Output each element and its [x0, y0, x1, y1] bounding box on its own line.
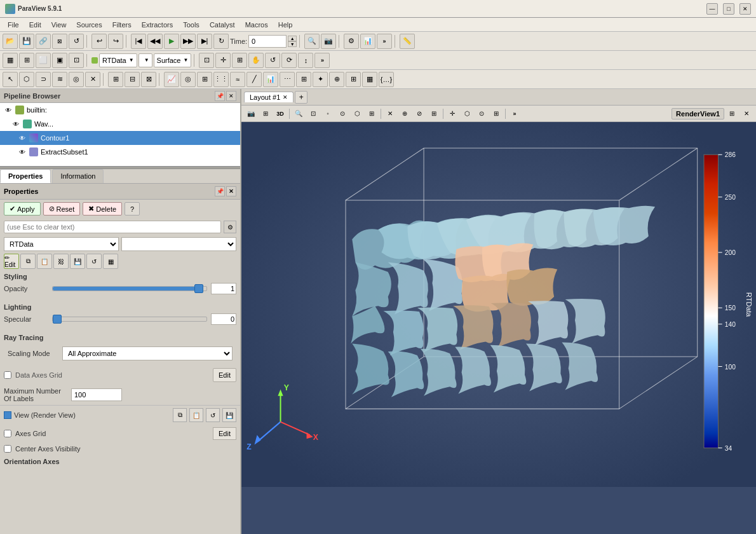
- specular-value[interactable]: [211, 313, 236, 325]
- tb3-7[interactable]: ⊞: [108, 72, 123, 87]
- reset-button[interactable]: ⊘ Reset: [43, 202, 81, 216]
- menu-filters[interactable]: Filters: [107, 20, 137, 30]
- apply-button[interactable]: ✔ Apply: [4, 202, 41, 216]
- screenshot-button[interactable]: 📷: [321, 34, 336, 49]
- eye-contour[interactable]: 👁: [18, 134, 27, 142]
- open-button[interactable]: 📂: [3, 34, 18, 49]
- render-tab-layout1[interactable]: Layout #1 ✕: [244, 92, 294, 102]
- view-refresh-btn[interactable]: ↺: [206, 408, 220, 422]
- reset-camera-btn[interactable]: ⊡: [199, 53, 214, 68]
- roll-btn[interactable]: ↕: [298, 53, 313, 68]
- save-color-btn[interactable]: 💾: [70, 254, 85, 269]
- menu-file[interactable]: File: [3, 20, 24, 30]
- point-btn[interactable]: ⊡: [69, 53, 84, 68]
- zoom-to-box[interactable]: ⊞: [232, 53, 247, 68]
- add-layout-button[interactable]: +: [295, 91, 307, 104]
- data-axes-checkbox[interactable]: [4, 371, 11, 379]
- pipeline-item-contour1[interactable]: 👁 Contour1: [0, 131, 240, 145]
- reset-color-btn[interactable]: ↺: [86, 254, 102, 269]
- pipeline-pin-button[interactable]: 📌: [215, 91, 225, 101]
- specular-thumb[interactable]: [53, 315, 62, 324]
- solid-btn[interactable]: ⬜: [36, 53, 51, 68]
- tb3-chart1[interactable]: 📈: [164, 72, 179, 87]
- disconnect-button[interactable]: ⊠: [52, 34, 67, 49]
- rt-btn-16[interactable]: ⊙: [475, 107, 489, 120]
- rt-btn-17[interactable]: ⊞: [489, 107, 503, 120]
- tb3-chart10[interactable]: ⊕: [329, 72, 344, 87]
- menu-tools[interactable]: Tools: [178, 20, 205, 30]
- loop-button[interactable]: ↻: [213, 34, 229, 49]
- max-labels-input[interactable]: [71, 388, 122, 401]
- tb3-chart5[interactable]: ≈: [230, 72, 245, 87]
- tb3-chart3[interactable]: ⊞: [197, 72, 212, 87]
- pipeline-item-wavelet[interactable]: 👁 Wav...: [0, 117, 240, 131]
- eye-builtin[interactable]: 👁: [4, 106, 13, 114]
- data-axes-edit-button[interactable]: Edit: [213, 368, 236, 382]
- tb3-3[interactable]: ⊃: [36, 72, 51, 87]
- axes-grid-checkbox[interactable]: [4, 430, 11, 437]
- refresh-button[interactable]: ↺: [69, 34, 84, 49]
- rt-btn-1[interactable]: 📷: [244, 107, 258, 120]
- tab-information[interactable]: Information: [52, 169, 104, 183]
- render-view-label[interactable]: RenderView1: [672, 108, 724, 120]
- rt-btn-2[interactable]: ⊞: [259, 107, 273, 120]
- pipeline-close-button[interactable]: ✕: [226, 91, 236, 101]
- props-close-btn[interactable]: ✕: [226, 186, 236, 196]
- menu-extractors[interactable]: Extractors: [137, 20, 179, 30]
- render-viewport[interactable]: Y Z X 286 250 200: [241, 122, 756, 534]
- contour-array-dropdown[interactable]: [121, 237, 236, 251]
- menu-edit[interactable]: Edit: [24, 20, 46, 30]
- tb3-line[interactable]: ╱: [246, 72, 262, 87]
- edit-color-btn[interactable]: ✏ Edit: [4, 254, 19, 269]
- menu-macros[interactable]: Macros: [240, 20, 273, 30]
- pipeline-item-builtin[interactable]: 👁 builtin:: [0, 103, 240, 117]
- link-color-btn[interactable]: ⛓: [53, 254, 69, 269]
- pan-btn[interactable]: ✋: [248, 53, 264, 68]
- tab-properties[interactable]: Properties: [0, 169, 51, 183]
- redo-button[interactable]: ↪: [108, 34, 123, 49]
- rt-btn-11[interactable]: ⊕: [398, 107, 412, 120]
- axes-grid-edit-button[interactable]: Edit: [213, 427, 236, 440]
- chart-button[interactable]: 📊: [360, 34, 375, 49]
- rt-btn-8[interactable]: ⬡: [350, 107, 364, 120]
- connect-button[interactable]: 🔗: [36, 34, 51, 49]
- time-spin-down[interactable]: ▼: [288, 41, 297, 47]
- settings-button[interactable]: ⚙: [344, 34, 359, 49]
- center-axes-checkbox[interactable]: [4, 445, 11, 453]
- rt-3d[interactable]: 3D: [273, 107, 287, 120]
- rt-close-view-btn[interactable]: ✕: [739, 107, 753, 120]
- tb3-braces[interactable]: {…}: [379, 72, 394, 87]
- next-frame-button[interactable]: ▶|: [197, 34, 212, 49]
- tb3-9[interactable]: ⊠: [141, 72, 156, 87]
- search-gear-button[interactable]: ⚙: [224, 221, 236, 233]
- opacity-value[interactable]: [211, 283, 236, 294]
- tb3-chart8[interactable]: ⊞: [296, 72, 311, 87]
- pipeline-item-extract[interactable]: 👁 ExtractSubset1: [0, 145, 240, 159]
- more-color-btn[interactable]: ▦: [103, 254, 118, 269]
- tb3-2[interactable]: ⬡: [19, 72, 34, 87]
- eye-extract[interactable]: 👁: [18, 147, 27, 156]
- rt-btn-7[interactable]: ⊙: [335, 107, 349, 120]
- maximize-button[interactable]: □: [723, 3, 734, 15]
- outline-btn[interactable]: ▣: [52, 53, 67, 68]
- rt-btn-5[interactable]: ⊡: [306, 107, 320, 120]
- tb3-chart7[interactable]: ⋯: [280, 72, 295, 87]
- render-tab-close[interactable]: ✕: [283, 94, 288, 100]
- tb3-1[interactable]: ↖: [3, 72, 18, 87]
- menu-help[interactable]: Help: [273, 20, 298, 30]
- rt-btn-12[interactable]: ⊘: [412, 107, 426, 120]
- rt-btn-10[interactable]: ✕: [383, 107, 397, 120]
- menu-view[interactable]: View: [46, 20, 72, 30]
- source-dropdown[interactable]: RTData ▼: [99, 53, 137, 67]
- copy-color-btn[interactable]: ⧉: [20, 254, 36, 269]
- contour-source-dropdown[interactable]: RTData: [4, 237, 119, 251]
- tb3-chart12[interactable]: ▦: [362, 72, 377, 87]
- opacity-thumb[interactable]: [194, 284, 203, 293]
- save-state-button[interactable]: 💾: [19, 34, 34, 49]
- rt-btn-6[interactable]: ◦: [321, 107, 335, 120]
- rt-more-btn[interactable]: »: [508, 107, 522, 120]
- z-rotate[interactable]: ⟳: [281, 53, 297, 68]
- prev-frame-button[interactable]: |◀: [131, 34, 146, 49]
- menu-catalyst[interactable]: Catalyst: [205, 20, 240, 30]
- ruler-button[interactable]: 📏: [400, 34, 415, 49]
